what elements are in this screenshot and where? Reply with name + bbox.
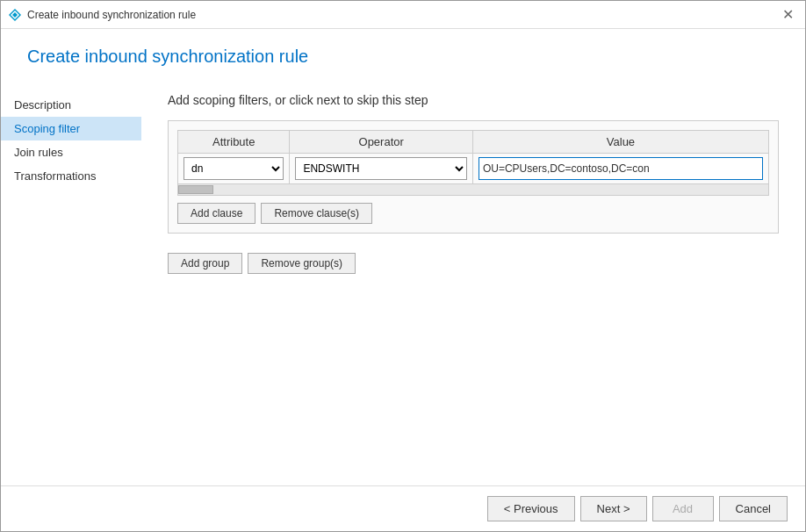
- operator-select[interactable]: ENDSWITH: [295, 157, 466, 180]
- sidebar-item-scoping-filter[interactable]: Scoping filter: [1, 117, 141, 140]
- add-group-button[interactable]: Add group: [168, 253, 242, 274]
- content-layout: Description Scoping filter Join rules Tr…: [1, 75, 805, 485]
- sidebar-item-join-rules[interactable]: Join rules: [1, 140, 141, 164]
- remove-group-button[interactable]: Remove group(s): [248, 253, 356, 274]
- remove-clause-button[interactable]: Remove clause(s): [261, 203, 372, 224]
- main-window: Create inbound synchronization rule ✕ Cr…: [0, 0, 806, 532]
- cancel-button[interactable]: Cancel: [719, 496, 788, 521]
- filter-row: dn ENDSWITH: [178, 154, 769, 184]
- close-button[interactable]: ✕: [777, 4, 798, 25]
- value-cell: [472, 154, 768, 184]
- scrollbar-row: [178, 184, 769, 196]
- main-content: Add scoping filters, or click next to sk…: [141, 75, 805, 485]
- group-buttons: Add group Remove group(s): [168, 253, 779, 274]
- scrollbar-thumb: [178, 185, 213, 194]
- title-bar-text: Create inbound synchronization rule: [27, 9, 196, 21]
- filter-container: Attribute Operator Value dn: [168, 120, 779, 234]
- filter-table: Attribute Operator Value dn: [177, 130, 769, 196]
- body-wrapper: Create inbound synchronization rule Desc…: [1, 29, 805, 485]
- title-bar-left: Create inbound synchronization rule: [8, 8, 196, 22]
- sidebar: Description Scoping filter Join rules Tr…: [1, 75, 141, 485]
- col-value: Value: [472, 131, 768, 154]
- step-title: Add scoping filters, or click next to sk…: [168, 93, 779, 107]
- attribute-select[interactable]: dn: [184, 157, 284, 180]
- previous-button[interactable]: < Previous: [487, 496, 575, 521]
- col-attribute: Attribute: [178, 131, 290, 154]
- footer: < Previous Next > Add Cancel: [1, 485, 805, 531]
- add-button[interactable]: Add: [652, 496, 714, 521]
- value-input[interactable]: [479, 157, 763, 180]
- sidebar-item-transformations[interactable]: Transformations: [1, 164, 141, 188]
- col-operator: Operator: [290, 131, 472, 154]
- clause-buttons: Add clause Remove clause(s): [177, 203, 769, 224]
- page-title: Create inbound synchronization rule: [1, 29, 805, 75]
- next-button[interactable]: Next >: [580, 496, 647, 521]
- horizontal-scrollbar[interactable]: [178, 184, 768, 195]
- attribute-cell: dn: [178, 154, 290, 184]
- sidebar-item-description[interactable]: Description: [1, 93, 141, 117]
- add-clause-button[interactable]: Add clause: [177, 203, 255, 224]
- title-bar: Create inbound synchronization rule ✕: [1, 1, 805, 29]
- scrollbar-cell: [178, 184, 769, 196]
- app-icon: [8, 8, 22, 22]
- operator-cell: ENDSWITH: [290, 154, 472, 184]
